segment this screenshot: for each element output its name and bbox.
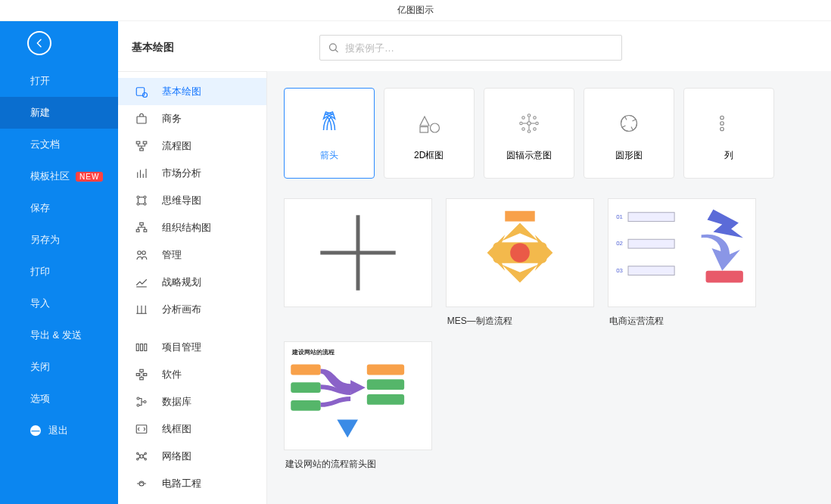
category-item-13[interactable]: 线框图	[118, 415, 266, 443]
nav-item-label: 另存为	[30, 233, 60, 247]
category-label: 市场分析	[162, 166, 201, 180]
category-item-3[interactable]: 市场分析	[118, 160, 266, 187]
category-label: 思维导图	[162, 194, 201, 207]
svg-rect-7	[140, 148, 144, 151]
category-item-4[interactable]: 思维导图	[118, 187, 266, 214]
svg-rect-86	[367, 379, 404, 390]
template-caption: 电商运营流程	[608, 307, 756, 328]
nav-item-2[interactable]: 云文档	[0, 129, 118, 160]
category-item-7[interactable]: 战略规划	[118, 269, 266, 296]
section-title: 基本绘图	[132, 41, 304, 54]
type-tile-label: 箭头	[320, 149, 338, 162]
type-tile-2[interactable]: 圆辐示意图	[484, 88, 574, 179]
category-icon	[133, 194, 150, 207]
category-label: 数据库	[162, 395, 191, 409]
template-card-2[interactable]: 010203电商运营流程	[608, 198, 756, 328]
type-tile-label: 列	[724, 149, 733, 162]
svg-rect-78	[628, 266, 674, 275]
nav-item-8[interactable]: 导出 & 发送	[0, 319, 118, 351]
template-caption: MES—制造流程	[446, 307, 594, 328]
category-item-12[interactable]: 数据库	[118, 388, 266, 415]
svg-point-49	[522, 116, 524, 118]
nav-item-0[interactable]: 打开	[0, 65, 118, 97]
type-tile-3[interactable]: 圆形图	[584, 88, 674, 179]
nav-item-10[interactable]: 选项	[0, 383, 118, 415]
template-thumb: 建设网站的流程	[284, 341, 432, 450]
svg-point-13	[137, 203, 139, 205]
nav-item-label: 选项	[30, 392, 50, 406]
svg-rect-26	[140, 344, 142, 351]
svg-rect-42	[420, 126, 428, 132]
arrow-left-icon	[33, 37, 45, 49]
svg-rect-6	[143, 142, 147, 144]
template-card-0[interactable]	[284, 198, 432, 328]
category-label: 项目管理	[162, 341, 201, 354]
category-item-15[interactable]: 电路工程	[118, 470, 266, 497]
category-item-6[interactable]: 管理	[118, 241, 266, 269]
category-icon	[133, 422, 150, 436]
nav-item-label: 关闭	[30, 360, 50, 374]
svg-point-3	[142, 93, 147, 98]
svg-rect-77	[628, 239, 674, 248]
template-caption: 建设网站的流程箭头图	[284, 450, 432, 471]
template-caption	[284, 307, 432, 315]
category-item-0[interactable]: 基本绘图	[118, 78, 266, 105]
svg-point-44	[528, 121, 531, 125]
nav-item-label: 保存	[30, 201, 50, 215]
svg-point-52	[534, 127, 536, 129]
nav-item-6[interactable]: 打印	[0, 256, 118, 288]
search-box[interactable]	[319, 35, 622, 61]
category-item-8[interactable]: 分析画布	[118, 296, 266, 323]
back-button[interactable]	[27, 31, 51, 55]
category-icon	[133, 477, 150, 490]
svg-rect-5	[136, 142, 140, 144]
svg-rect-84	[291, 400, 320, 411]
svg-rect-16	[140, 222, 144, 225]
category-label: 软件	[162, 368, 182, 381]
type-tile-1[interactable]: 2D框图	[384, 88, 475, 179]
svg-rect-64	[505, 211, 534, 222]
category-icon	[133, 112, 150, 126]
nav-item-1[interactable]: 新建	[0, 97, 118, 129]
nav-item-11[interactable]: —退出	[0, 415, 118, 446]
app-title: 亿图图示	[397, 4, 434, 17]
nav-item-label: 退出	[48, 424, 68, 437]
category-item-5[interactable]: 组织结构图	[118, 214, 266, 241]
category-item-10[interactable]: 项目管理	[118, 334, 266, 361]
search-input[interactable]	[345, 42, 614, 54]
nav-item-3[interactable]: 模板社区NEW	[0, 160, 118, 192]
category-label: 线框图	[162, 422, 191, 436]
nav-item-4[interactable]: 保存	[0, 192, 118, 224]
category-list: 基本绘图商务流程图市场分析思维导图组织结构图管理战略规划分析画布项目管理软件数据…	[118, 71, 267, 504]
svg-point-32	[137, 397, 139, 400]
category-label: 分析画布	[162, 303, 201, 316]
svg-rect-27	[145, 344, 147, 351]
category-item-1[interactable]: 商务	[118, 105, 266, 132]
nav-item-9[interactable]: 关闭	[0, 351, 118, 383]
type-tile-label: 2D框图	[414, 149, 444, 162]
category-item-14[interactable]: 网络图	[118, 443, 266, 470]
type-tile-4[interactable]: 列	[683, 88, 774, 179]
template-card-3[interactable]: 建设网站的流程建设网站的流程箭头图	[284, 341, 432, 471]
svg-text:02: 02	[616, 240, 623, 247]
category-icon	[133, 139, 150, 153]
category-item-11[interactable]: 软件	[118, 361, 266, 388]
category-item-2[interactable]: 流程图	[118, 132, 266, 160]
template-card-1[interactable]: MES—制造流程	[446, 198, 594, 328]
svg-point-15	[144, 203, 146, 205]
nav-item-7[interactable]: 导入	[0, 288, 118, 319]
category-icon	[133, 303, 150, 316]
type-tile-0[interactable]: 箭头	[284, 88, 375, 179]
category-icon	[133, 341, 150, 354]
svg-text:建设网站的流程: 建设网站的流程	[291, 348, 335, 356]
content-area: 箭头2D框图圆辐示意图圆形图列 MES—制造流程010203电商运营流程建设网站…	[267, 71, 831, 504]
svg-point-12	[137, 196, 139, 198]
category-icon	[133, 450, 150, 463]
svg-point-47	[520, 122, 522, 124]
nav-item-5[interactable]: 另存为	[0, 224, 118, 256]
svg-point-43	[430, 123, 439, 132]
template-thumb	[284, 198, 432, 307]
category-icon	[133, 85, 150, 98]
search-icon	[328, 42, 339, 54]
svg-point-19	[138, 251, 142, 255]
